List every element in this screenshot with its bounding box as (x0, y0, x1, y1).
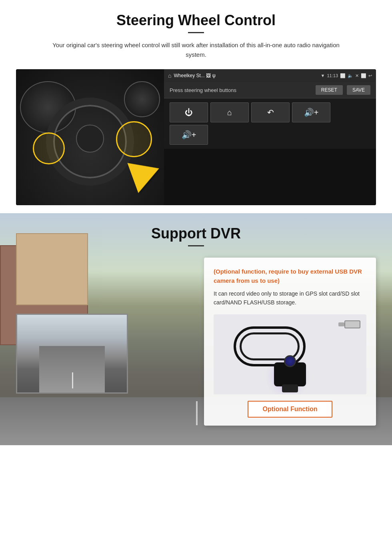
back-icon: ↩ (368, 73, 372, 78)
camera-icon: ⬜ (340, 73, 346, 78)
dvr-title-divider (188, 245, 204, 246)
dvr-inner: Support DVR (Optional function, require … (0, 213, 392, 445)
section-steering-wheel: Steering Wheel Control Your original car… (0, 0, 392, 213)
time-display: 11:13 (327, 73, 338, 78)
swc-prompt-label: Press steering wheel buttons (170, 87, 312, 93)
dvr-optional-text: (Optional function, require to buy exter… (214, 267, 366, 285)
swc-screenshot-area: ⌂ Wheelkey St... 🖼 ψ ▼ 11:13 ⬜ 🔈 ✕ ⬜ ↩ P… (16, 69, 376, 205)
reset-button[interactable]: RESET (316, 85, 343, 95)
camera-body (274, 362, 306, 386)
dvr-camera-image (214, 314, 366, 394)
thumb-scene (17, 315, 127, 392)
dvr-left-area (16, 258, 192, 338)
steering-wheel-photo (16, 69, 164, 205)
section-title-swc: Steering Wheel Control (16, 12, 376, 29)
highlight-left (33, 132, 65, 164)
dvr-info-card: (Optional function, require to buy exter… (204, 258, 376, 426)
statusbar-icons: ▼ 11:13 ⬜ 🔈 ✕ ⬜ ↩ (321, 73, 372, 78)
dvr-content-area: (Optional function, require to buy exter… (16, 258, 376, 426)
camera-base-mount (282, 384, 298, 392)
steering-hub (76, 125, 104, 153)
thumb-road-line (72, 372, 73, 388)
statusbar-app-name: Wheelkey St... 🖼 ψ (174, 73, 318, 78)
home-icon: ⌂ (168, 72, 171, 79)
x-icon: ✕ (355, 73, 359, 78)
section-title-dvr: Support DVR (16, 225, 376, 242)
usb-connector (344, 320, 360, 328)
bottom-spacer (0, 445, 392, 469)
swc-controls-header: Press steering wheel buttons RESET SAVE (164, 82, 376, 98)
swc-btn-vol-down[interactable]: 🔊+ (292, 102, 330, 122)
swc-btn-back[interactable]: ↶ (251, 102, 290, 122)
swc-btn-vol-up[interactable]: 🔊+ (170, 125, 208, 145)
wifi-icon: ▼ (321, 73, 325, 78)
swc-buttons-grid: ⏻ ⌂ ↶ 🔊+ 🔊+ (164, 98, 376, 149)
usb-plug (338, 322, 344, 326)
camera-lens (284, 355, 296, 367)
volume-icon: 🔈 (348, 73, 353, 78)
dvr-thumbnail (16, 314, 128, 394)
swc-empty-area (164, 149, 376, 205)
section-subtitle-swc: Your original car's steering wheel contr… (44, 40, 348, 60)
gauge-right (124, 81, 160, 117)
dvr-description: It can record video only to storage in G… (214, 289, 366, 307)
optional-function-button[interactable]: Optional Function (248, 401, 333, 418)
android-ui-panel: ⌂ Wheelkey St... 🖼 ψ ▼ 11:13 ⬜ 🔈 ✕ ⬜ ↩ P… (164, 69, 376, 205)
title-divider (188, 32, 204, 33)
highlight-right (116, 121, 152, 157)
swc-btn-home[interactable]: ⌂ (210, 102, 249, 122)
save-button[interactable]: SAVE (347, 85, 370, 95)
section-dvr: Support DVR (Optional function, require … (0, 213, 392, 445)
screen-icon: ⬜ (361, 73, 366, 78)
swc-btn-power[interactable]: ⏻ (170, 102, 208, 122)
android-statusbar: ⌂ Wheelkey St... 🖼 ψ ▼ 11:13 ⬜ 🔈 ✕ ⬜ ↩ (164, 69, 376, 82)
